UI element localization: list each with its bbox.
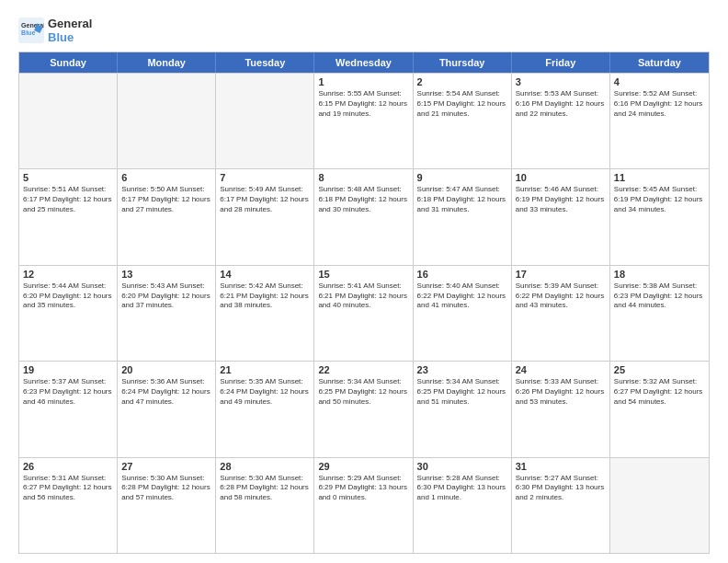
calendar-cell: 9Sunrise: 5:47 AM Sunset: 6:18 PM Daylig…: [414, 169, 512, 264]
cal-header-day: Friday: [512, 52, 610, 73]
day-info: Sunrise: 5:50 AM Sunset: 6:17 PM Dayligh…: [121, 185, 211, 214]
day-number: 23: [417, 364, 507, 375]
day-number: 29: [318, 461, 408, 472]
calendar-cell: 30Sunrise: 5:28 AM Sunset: 6:30 PM Dayli…: [414, 458, 512, 553]
day-number: 2: [417, 76, 507, 87]
calendar-cell: [610, 458, 709, 553]
day-number: 14: [220, 269, 310, 280]
calendar-row: 12Sunrise: 5:44 AM Sunset: 6:20 PM Dayli…: [19, 265, 709, 361]
svg-text:Blue: Blue: [21, 29, 35, 36]
calendar-cell: 10Sunrise: 5:46 AM Sunset: 6:19 PM Dayli…: [512, 169, 610, 264]
day-info: Sunrise: 5:29 AM Sunset: 6:29 PM Dayligh…: [318, 474, 408, 503]
calendar-cell: 6Sunrise: 5:50 AM Sunset: 6:17 PM Daylig…: [118, 169, 216, 264]
day-number: 11: [614, 172, 705, 183]
calendar-cell: 4Sunrise: 5:52 AM Sunset: 6:16 PM Daylig…: [610, 74, 709, 168]
day-number: 30: [417, 461, 507, 472]
calendar-cell: 16Sunrise: 5:40 AM Sunset: 6:22 PM Dayli…: [414, 266, 512, 361]
calendar-cell: 22Sunrise: 5:34 AM Sunset: 6:25 PM Dayli…: [314, 362, 413, 456]
logo: General Blue General Blue: [18, 17, 92, 44]
day-number: 7: [220, 172, 310, 183]
day-number: 9: [417, 172, 507, 183]
day-number: 3: [516, 76, 606, 87]
day-info: Sunrise: 5:49 AM Sunset: 6:17 PM Dayligh…: [220, 185, 310, 214]
calendar-cell: 26Sunrise: 5:31 AM Sunset: 6:27 PM Dayli…: [19, 458, 118, 553]
calendar-cell: 17Sunrise: 5:39 AM Sunset: 6:22 PM Dayli…: [512, 266, 610, 361]
day-number: 5: [23, 172, 113, 183]
calendar-cell: 31Sunrise: 5:27 AM Sunset: 6:30 PM Dayli…: [512, 458, 610, 553]
day-info: Sunrise: 5:55 AM Sunset: 6:15 PM Dayligh…: [318, 89, 408, 119]
calendar-cell: 3Sunrise: 5:53 AM Sunset: 6:16 PM Daylig…: [512, 74, 610, 168]
day-number: 16: [417, 269, 507, 280]
day-number: 4: [614, 76, 705, 87]
day-info: Sunrise: 5:45 AM Sunset: 6:19 PM Dayligh…: [614, 185, 705, 214]
calendar-cell: 15Sunrise: 5:41 AM Sunset: 6:21 PM Dayli…: [314, 266, 413, 361]
calendar-cell: 1Sunrise: 5:55 AM Sunset: 6:15 PM Daylig…: [314, 74, 413, 168]
day-number: 20: [121, 364, 211, 375]
day-info: Sunrise: 5:30 AM Sunset: 6:28 PM Dayligh…: [121, 474, 211, 503]
calendar-cell: 11Sunrise: 5:45 AM Sunset: 6:19 PM Dayli…: [610, 169, 709, 264]
cal-header-day: Tuesday: [216, 52, 314, 73]
day-number: 12: [23, 269, 113, 280]
day-number: 18: [614, 269, 705, 280]
day-number: 28: [220, 461, 310, 472]
day-number: 8: [318, 172, 408, 183]
calendar-cell: 25Sunrise: 5:32 AM Sunset: 6:27 PM Dayli…: [610, 362, 709, 456]
calendar-row: 1Sunrise: 5:55 AM Sunset: 6:15 PM Daylig…: [19, 73, 709, 168]
calendar-cell: [19, 74, 118, 168]
calendar-row: 26Sunrise: 5:31 AM Sunset: 6:27 PM Dayli…: [19, 457, 709, 553]
day-number: 26: [23, 461, 113, 472]
day-number: 15: [318, 269, 408, 280]
calendar-cell: 2Sunrise: 5:54 AM Sunset: 6:15 PM Daylig…: [414, 74, 512, 168]
day-info: Sunrise: 5:27 AM Sunset: 6:30 PM Dayligh…: [516, 474, 606, 503]
day-info: Sunrise: 5:32 AM Sunset: 6:27 PM Dayligh…: [614, 377, 705, 407]
calendar-cell: 20Sunrise: 5:36 AM Sunset: 6:24 PM Dayli…: [118, 362, 216, 456]
logo-text: General Blue: [48, 17, 92, 44]
calendar-cell: 21Sunrise: 5:35 AM Sunset: 6:24 PM Dayli…: [216, 362, 314, 456]
logo-icon: General Blue: [18, 17, 44, 43]
day-info: Sunrise: 5:44 AM Sunset: 6:20 PM Dayligh…: [23, 282, 113, 311]
calendar-cell: 27Sunrise: 5:30 AM Sunset: 6:28 PM Dayli…: [118, 458, 216, 553]
day-info: Sunrise: 5:34 AM Sunset: 6:25 PM Dayligh…: [417, 377, 507, 407]
cal-header-day: Thursday: [414, 52, 512, 73]
day-number: 17: [516, 269, 606, 280]
day-info: Sunrise: 5:37 AM Sunset: 6:23 PM Dayligh…: [23, 377, 113, 407]
calendar-row: 5Sunrise: 5:51 AM Sunset: 6:17 PM Daylig…: [19, 168, 709, 264]
day-number: 22: [318, 364, 408, 375]
calendar-cell: 5Sunrise: 5:51 AM Sunset: 6:17 PM Daylig…: [19, 169, 118, 264]
calendar-cell: 24Sunrise: 5:33 AM Sunset: 6:26 PM Dayli…: [512, 362, 610, 456]
day-number: 27: [121, 461, 211, 472]
calendar-cell: [118, 74, 216, 168]
calendar-cell: 7Sunrise: 5:49 AM Sunset: 6:17 PM Daylig…: [216, 169, 314, 264]
calendar-cell: 29Sunrise: 5:29 AM Sunset: 6:29 PM Dayli…: [314, 458, 413, 553]
day-info: Sunrise: 5:48 AM Sunset: 6:18 PM Dayligh…: [318, 185, 408, 214]
calendar-cell: 8Sunrise: 5:48 AM Sunset: 6:18 PM Daylig…: [314, 169, 413, 264]
day-info: Sunrise: 5:53 AM Sunset: 6:16 PM Dayligh…: [516, 89, 606, 119]
day-info: Sunrise: 5:36 AM Sunset: 6:24 PM Dayligh…: [121, 377, 211, 407]
calendar-header: SundayMondayTuesdayWednesdayThursdayFrid…: [19, 52, 709, 73]
day-info: Sunrise: 5:46 AM Sunset: 6:19 PM Dayligh…: [516, 185, 606, 214]
calendar-cell: [216, 74, 314, 168]
day-info: Sunrise: 5:38 AM Sunset: 6:23 PM Dayligh…: [614, 282, 705, 311]
day-info: Sunrise: 5:43 AM Sunset: 6:20 PM Dayligh…: [121, 282, 211, 311]
day-info: Sunrise: 5:34 AM Sunset: 6:25 PM Dayligh…: [318, 377, 408, 407]
calendar-cell: 14Sunrise: 5:42 AM Sunset: 6:21 PM Dayli…: [216, 266, 314, 361]
day-info: Sunrise: 5:30 AM Sunset: 6:28 PM Dayligh…: [220, 474, 310, 503]
day-number: 1: [318, 76, 408, 87]
calendar-row: 19Sunrise: 5:37 AM Sunset: 6:23 PM Dayli…: [19, 361, 709, 456]
calendar-cell: 18Sunrise: 5:38 AM Sunset: 6:23 PM Dayli…: [610, 266, 709, 361]
day-number: 10: [516, 172, 606, 183]
day-number: 13: [121, 269, 211, 280]
calendar-cell: 23Sunrise: 5:34 AM Sunset: 6:25 PM Dayli…: [414, 362, 512, 456]
calendar-cell: 12Sunrise: 5:44 AM Sunset: 6:20 PM Dayli…: [19, 266, 118, 361]
day-info: Sunrise: 5:31 AM Sunset: 6:27 PM Dayligh…: [23, 474, 113, 503]
day-info: Sunrise: 5:42 AM Sunset: 6:21 PM Dayligh…: [220, 282, 310, 311]
calendar: SundayMondayTuesdayWednesdayThursdayFrid…: [18, 52, 710, 554]
calendar-cell: 19Sunrise: 5:37 AM Sunset: 6:23 PM Dayli…: [19, 362, 118, 456]
header: General Blue General Blue: [18, 17, 710, 44]
day-info: Sunrise: 5:51 AM Sunset: 6:17 PM Dayligh…: [23, 185, 113, 214]
day-info: Sunrise: 5:35 AM Sunset: 6:24 PM Dayligh…: [220, 377, 310, 407]
calendar-cell: 13Sunrise: 5:43 AM Sunset: 6:20 PM Dayli…: [118, 266, 216, 361]
day-number: 31: [516, 461, 606, 472]
calendar-cell: 28Sunrise: 5:30 AM Sunset: 6:28 PM Dayli…: [216, 458, 314, 553]
day-info: Sunrise: 5:39 AM Sunset: 6:22 PM Dayligh…: [516, 282, 606, 311]
